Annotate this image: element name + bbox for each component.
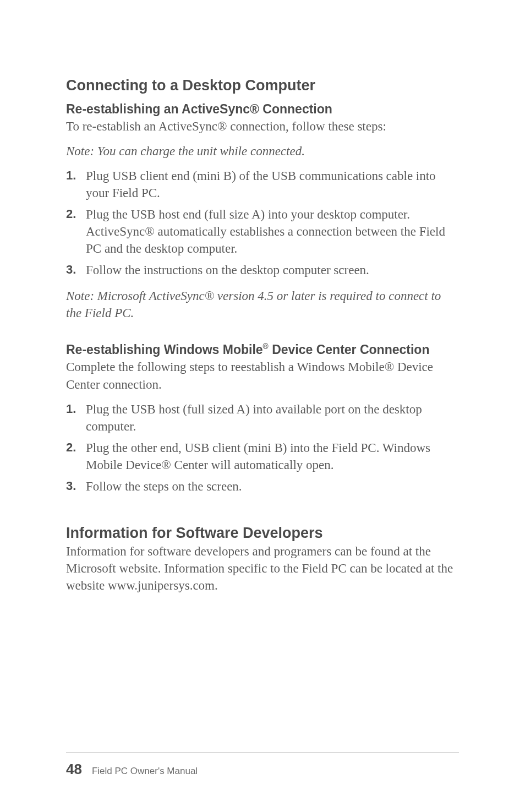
paragraph-wm-intro: Complete the following steps to reestabl… — [66, 358, 459, 393]
ordered-list-windows-mobile: 1. Plug the USB host (full sized A) into… — [66, 401, 459, 495]
page-number: 48 — [66, 761, 82, 778]
heading-windows-mobile: Re-establishing Windows Mobile® Device C… — [66, 342, 459, 357]
list-item: 3. Follow the steps on the screen. — [66, 478, 459, 495]
ordered-list-activesync: 1. Plug USB client end (mini B) of the U… — [66, 167, 459, 279]
heading-info-developers: Information for Software Developers — [66, 525, 459, 542]
list-item: 2. Plug the USB host end (full size A) i… — [66, 206, 459, 257]
registered-mark: ® — [263, 343, 269, 351]
list-number: 3. — [66, 261, 86, 279]
list-text: Follow the steps on the screen. — [86, 478, 459, 495]
paragraph-info-developers: Information for software developers and … — [66, 543, 459, 594]
note-ms-version: Note: Microsoft ActiveSync® version 4.5 … — [66, 287, 459, 321]
page-footer: 48 Field PC Owner's Manual — [66, 753, 459, 778]
footer-title: Field PC Owner's Manual — [92, 766, 198, 777]
list-text: Plug the other end, USB client (mini B) … — [86, 439, 459, 473]
list-text: Plug the USB host (full sized A) into av… — [86, 401, 459, 435]
heading-activesync: Re-establishing an ActiveSync® Connectio… — [66, 102, 459, 117]
list-item: 1. Plug USB client end (mini B) of the U… — [66, 167, 459, 201]
list-number: 1. — [66, 401, 86, 435]
heading-text-post: Device Center Connection — [269, 342, 430, 357]
heading-connecting: Connecting to a Desktop Computer — [66, 77, 459, 94]
list-text: Plug USB client end (mini B) of the USB … — [86, 167, 459, 201]
note-charge: Note: You can charge the unit while conn… — [66, 143, 459, 160]
list-text: Plug the USB host end (full size A) into… — [86, 206, 459, 257]
paragraph-activesync-intro: To re-establish an ActiveSync® connectio… — [66, 118, 459, 135]
list-number: 1. — [66, 167, 86, 201]
list-item: 3. Follow the instructions on the deskto… — [66, 261, 459, 279]
heading-text-pre: Re-establishing Windows Mobile — [66, 342, 263, 357]
list-text: Follow the instructions on the desktop c… — [86, 261, 459, 279]
list-item: 1. Plug the USB host (full sized A) into… — [66, 401, 459, 435]
list-number: 3. — [66, 478, 86, 495]
list-item: 2. Plug the other end, USB client (mini … — [66, 439, 459, 473]
list-number: 2. — [66, 206, 86, 257]
list-number: 2. — [66, 439, 86, 473]
